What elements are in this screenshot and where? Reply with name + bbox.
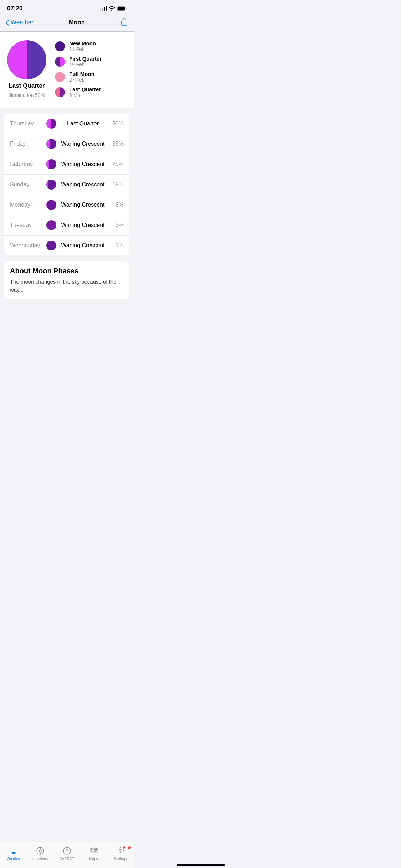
friday-phase: Waning Crescent [61,141,105,147]
phase-item-full-moon: Full Moon 27 Feb [55,71,127,83]
wednesday-pct: 1% [109,242,124,249]
last-quarter-date: 6 Mar [69,92,101,98]
status-icons [100,6,127,11]
battery-icon [117,6,127,11]
row-day: Saturday [10,161,42,167]
first-quarter-info: First Quarter 19 Feb [69,56,102,67]
first-quarter-name: First Quarter [69,56,102,62]
moon-phase-label: Last Quarter [9,82,45,89]
thursday-phase: Last Quarter [61,120,105,127]
row-day: Friday [10,141,42,147]
hero-section: Last Quarter Illumination 50% New Moon 1… [0,32,134,108]
wednesday-phase: Waning Crescent [61,242,105,249]
table-row: Sunday Waning Crescent 15% [4,175,129,195]
back-button[interactable]: Weather [6,19,34,26]
chevron-left-icon [6,20,9,26]
moon-circle-large [7,40,46,79]
table-row: Thursday Last Quarter 50% [4,114,129,134]
last-quarter-info: Last Quarter 6 Mar [69,86,101,98]
full-moon-name: Full Moon [69,71,94,77]
tuesday-moon-icon [46,220,56,230]
signal-icon [100,6,107,11]
new-moon-info: New Moon 11 Feb [69,40,96,52]
full-moon-date: 27 Feb [69,77,94,83]
back-label: Weather [11,19,34,26]
table-row: Tuesday Waning Crescent 3% [4,215,129,236]
thursday-pct: 50% [109,120,124,127]
sunday-pct: 15% [109,181,124,188]
nav-title: Moon [69,19,85,26]
status-bar: 07:20 [0,0,134,15]
sunday-phase: Waning Crescent [61,181,105,188]
tuesday-pct: 3% [109,222,124,228]
table-row: Wednesday Waning Crescent 1% [4,236,129,255]
saturday-moon-icon [46,159,56,169]
phase-item-new-moon: New Moon 11 Feb [55,40,127,52]
about-title: About Moon Phases [10,267,124,275]
moon-phases-list: New Moon 11 Feb First Quarter 19 Feb [55,40,127,98]
new-moon-icon [55,41,65,51]
about-text: The moon changes in the sky because of t… [10,278,124,294]
moon-display: Last Quarter Illumination 50% [7,40,46,98]
nav-bar: Weather Moon [0,15,134,32]
moon-illumination: Illumination 50% [9,92,45,98]
tuesday-phase: Waning Crescent [61,222,105,228]
row-day: Thursday [10,120,42,127]
svg-rect-1 [118,7,125,10]
new-moon-date: 11 Feb [69,46,96,52]
table-card: Thursday Last Quarter 50% Friday Waning … [4,114,129,255]
table-section: Thursday Last Quarter 50% Friday Waning … [0,108,134,261]
last-quarter-name: Last Quarter [69,86,101,92]
phase-item-first-quarter: First Quarter 19 Feb [55,56,127,67]
new-moon-name: New Moon [69,40,96,46]
monday-pct: 8% [109,202,124,208]
wifi-icon [109,6,115,11]
row-day: Tuesday [10,222,42,228]
full-moon-icon [55,72,65,82]
last-quarter-icon [55,87,65,97]
first-quarter-icon [55,57,65,67]
table-row: Saturday Waning Crescent 25% [4,154,129,175]
full-moon-info: Full Moon 27 Feb [69,71,94,83]
row-day: Monday [10,202,42,208]
status-time: 07:20 [7,5,22,12]
share-icon [120,18,128,26]
table-row: Friday Waning Crescent 35% [4,134,129,154]
saturday-pct: 25% [109,161,124,167]
share-button[interactable] [120,18,128,27]
thursday-moon-icon [46,119,56,129]
friday-moon-icon [46,139,56,149]
friday-pct: 35% [109,141,124,147]
about-section: About Moon Phases The moon changes in th… [4,261,129,299]
sunday-moon-icon [46,180,56,190]
row-day: Wednesday [10,242,42,249]
monday-phase: Waning Crescent [61,202,105,208]
table-row: Monday Waning Crescent 8% [4,195,129,215]
saturday-phase: Waning Crescent [61,161,105,167]
wednesday-moon-icon [46,241,56,250]
phase-item-last-quarter: Last Quarter 6 Mar [55,86,127,98]
monday-moon-icon [46,200,56,210]
first-quarter-date: 19 Feb [69,62,102,67]
row-day: Sunday [10,181,42,188]
